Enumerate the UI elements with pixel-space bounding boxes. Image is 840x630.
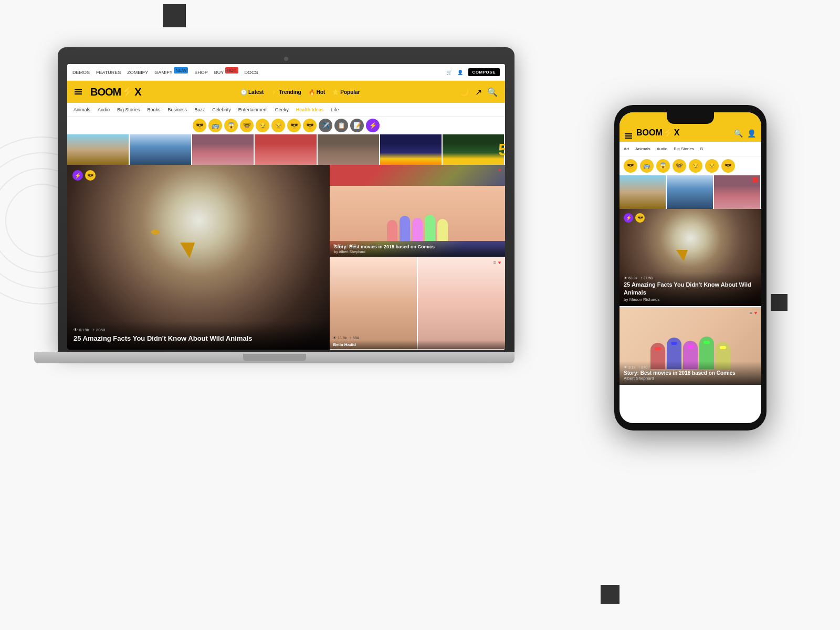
nav-zombify[interactable]: ZOMBIFY (127, 70, 148, 75)
category-bar: Animals Audio Big Stories Books Business… (67, 103, 505, 117)
thumb-tent[interactable] (443, 134, 505, 165)
emoji-smirk[interactable]: 😏 (256, 119, 269, 132)
main-article[interactable]: ⚡ 😎 👁 63.9k ↑ 2058 25 Amazing Facts You … (67, 165, 330, 350)
nav-popular[interactable]: ⭐ Popular (332, 89, 360, 95)
buy-badge: HOT (225, 67, 238, 74)
user-icon[interactable]: 👤 (457, 70, 463, 75)
emoji-nerd[interactable]: 🤓 (240, 119, 254, 132)
phone-main-article[interactable]: ⚡ 😎 👁 63.9k ↑ 27.58 25 Amazing Facts You… (620, 209, 761, 306)
phone-emoji-5[interactable]: 😏 (689, 159, 702, 173)
hamburger-line (625, 135, 632, 136)
card-title: Story: Best movies in 2018 based on Comi… (334, 244, 501, 250)
cat-life[interactable]: Life (331, 107, 339, 112)
thumb-gifts[interactable] (255, 134, 317, 165)
list-icon-2[interactable]: ≡ (493, 260, 496, 265)
nav-latest[interactable]: 🕐 Latest (240, 89, 264, 95)
phone-card-stats: 👁 9.1k ↑ 870 (624, 365, 757, 369)
card-overlay: Story: Best movies in 2018 based on Comi… (330, 241, 505, 257)
list-icon[interactable]: ≡ (493, 167, 496, 173)
phone-emoji-3[interactable]: 😱 (656, 159, 670, 173)
phone-cat-art[interactable]: Art (624, 146, 629, 151)
nav-gamify[interactable]: GAMIFY NEW (154, 70, 188, 75)
thumb-golden-gate[interactable] (67, 134, 130, 165)
heart-icon[interactable]: ♥ (498, 167, 501, 173)
phone-header-icons: 🔍 👤 (734, 129, 756, 139)
emoji-sunglasses[interactable]: 😎 (193, 119, 206, 132)
phone-card-overlay: 👁 9.1k ↑ 870 Story: Best movies in 2018 … (620, 361, 761, 385)
phone-trending-badge: ⚡ (624, 213, 633, 223)
nav-features[interactable]: FEATURES (96, 70, 121, 75)
emoji-scream[interactable]: 😱 (224, 119, 238, 132)
emoji-plane[interactable]: ✈️ (319, 119, 332, 132)
cat-books[interactable]: Books (148, 107, 161, 112)
phone-list-icon[interactable]: ≡ (749, 310, 752, 316)
emoji-bus[interactable]: 🚌 (208, 119, 222, 132)
phone-emoji-4[interactable]: 🤓 (673, 159, 686, 173)
phone-user-icon[interactable]: 👤 (747, 129, 756, 138)
phone-card[interactable]: ≡ ♥ 👁 9.1k ↑ 870 Story: Best movies in 2… (620, 306, 761, 385)
phone-thumb-3[interactable] (714, 175, 761, 209)
emoji-cool[interactable]: 😎 (287, 119, 301, 132)
phone-emoji-1[interactable]: 😎 (624, 159, 637, 173)
card-portraits[interactable]: ≡ ♥ 👁 11.9k ↑ 594 Bella Hadid (330, 257, 505, 350)
cat-business[interactable]: Business (168, 107, 187, 112)
emoji-cool2[interactable]: 😎 (303, 119, 317, 132)
dark-mode-icon[interactable]: 🌙 (459, 87, 470, 97)
phone-search-icon[interactable]: 🔍 (734, 129, 743, 138)
emoji-note[interactable]: 📝 (350, 119, 364, 132)
phone-emoji-6[interactable]: 😒 (705, 159, 719, 173)
cat-buzz[interactable]: Buzz (194, 107, 205, 112)
phone-article-title: 25 Amazing Facts You Didn't Know About W… (624, 281, 757, 296)
compose-button[interactable]: COMPOSE (468, 68, 500, 76)
phone-screen: BOOM⚡X 🔍 👤 Art Animals Audio Big Stories… (620, 112, 761, 423)
page-wrapper: DEMOS FEATURES ZOMBIFY GAMIFY NEW SHOP B… (0, 0, 840, 630)
phone-heart-icon[interactable]: ♥ (754, 310, 757, 316)
phone-logo: BOOM⚡X (636, 127, 730, 139)
article-stats: 👁 63.9k ↑ 2058 (74, 328, 323, 332)
hamburger-menu[interactable] (75, 89, 82, 94)
heart-icon-2[interactable]: ♥ (498, 260, 501, 265)
cat-audio[interactable]: Audio (98, 107, 110, 112)
nav-hot[interactable]: 🔥 Hot (309, 89, 326, 95)
nav-buy[interactable]: BUY HOT (214, 70, 238, 75)
phone-emoji-2[interactable]: 🚌 (640, 159, 654, 173)
cart-icon[interactable]: 🛒 (446, 70, 452, 75)
screen-header: BOOM⚡X 🕐 Latest ⚡ Trending 🔥 Hot ⭐ Popul… (67, 81, 505, 103)
phone-cat-more[interactable]: B (700, 146, 703, 151)
cat-health-ideas[interactable]: Health Ideas (296, 107, 324, 112)
page-number-badge: 5 (498, 141, 505, 158)
card-superheroes[interactable]: ≡ ♥ 👁 91k ↑ 570 Story: Best movies in 20… (330, 165, 505, 257)
logo-lightning: ⚡ (121, 85, 134, 99)
phone-thumb-1[interactable] (620, 175, 667, 209)
nav-trending[interactable]: ⚡ Trending (271, 89, 301, 95)
share-icon[interactable]: ↗ (475, 87, 482, 97)
phone-hamburger[interactable] (625, 133, 632, 139)
card-title-2: Bella Hadid (333, 342, 502, 347)
nav-demos[interactable]: DEMOS (72, 70, 90, 75)
nav-shop[interactable]: SHOP (194, 70, 208, 75)
header-nav: 🕐 Latest ⚡ Trending 🔥 Hot ⭐ Popular (150, 89, 451, 95)
thumb-couple[interactable] (318, 134, 380, 165)
emoji-lightning[interactable]: ⚡ (366, 119, 380, 132)
laptop-outer: DEMOS FEATURES ZOMBIFY GAMIFY NEW SHOP B… (58, 47, 514, 352)
laptop-base-wrapper (58, 352, 514, 363)
thumb-tower-bridge[interactable] (130, 134, 192, 165)
phone-emoji-7[interactable]: 😎 (721, 159, 735, 173)
cat-entertainment[interactable]: Entertainment (238, 107, 268, 112)
cat-animals[interactable]: Animals (74, 107, 90, 112)
emoji-bar: 😎 🚌 😱 🤓 😏 😒 😎 😎 ✈️ 📋 📝 ⚡ (67, 117, 505, 134)
phone-thumb-2[interactable] (667, 175, 714, 209)
thumb-citynight[interactable] (380, 134, 443, 165)
phone-article-author: by Mason Richards (624, 297, 757, 302)
emoji-list[interactable]: 📋 (334, 119, 348, 132)
nav-docs[interactable]: DOCS (245, 70, 258, 75)
phone-cat-audio[interactable]: Audio (657, 146, 667, 151)
thumb-fashion[interactable] (192, 134, 255, 165)
cat-geeky[interactable]: Geeky (275, 107, 289, 112)
cat-big-stories[interactable]: Big Stories (117, 107, 140, 112)
phone-cat-animals[interactable]: Animals (635, 146, 650, 151)
emoji-unamused[interactable]: 😒 (271, 119, 285, 132)
phone-cat-big-stories[interactable]: Big Stories (674, 146, 694, 151)
search-icon[interactable]: 🔍 (487, 87, 498, 97)
cat-celebrity[interactable]: Celebrity (212, 107, 231, 112)
